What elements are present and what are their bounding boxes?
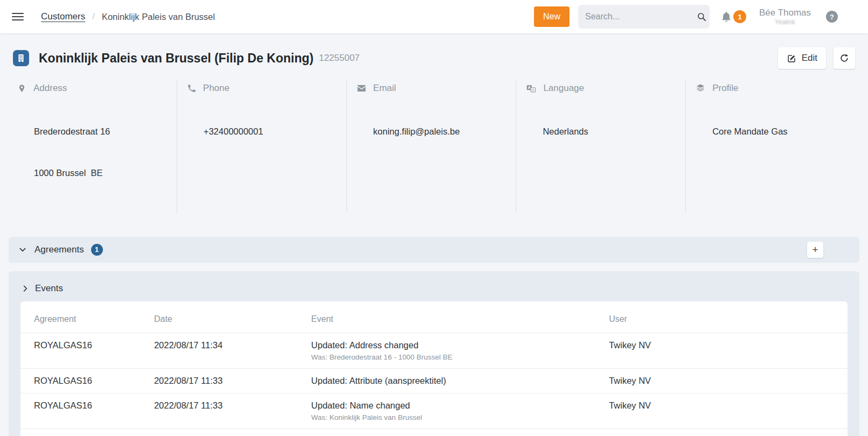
cell-event: Updated: Address changed Was: Brederodes… (306, 333, 604, 368)
info-profile: Profile Core Mandate Gas (685, 80, 855, 213)
cell-user: Twikey NV (603, 368, 848, 393)
column-header-agreement: Agreement (20, 301, 149, 333)
events-section: Events Agreement Date Event User ROYALGA… (9, 271, 859, 436)
translate-icon: A Z (526, 84, 536, 93)
svg-text:A: A (528, 86, 531, 90)
breadcrumb-customers-link[interactable]: Customers (41, 11, 85, 22)
user-name: Bée Thomas (758, 8, 812, 18)
edit-button[interactable]: Edit (778, 47, 826, 69)
pencil-square-icon (787, 53, 797, 64)
info-label: Address (33, 83, 67, 94)
email-value: koning.filip@paleis.be (373, 125, 511, 139)
cell-agreement: ROYALGAS16 (20, 333, 149, 368)
cell-date: 2022/08/17 11:34 (149, 333, 306, 368)
help-icon: ? (830, 13, 834, 21)
event-text: Updated: Attribute (aanspreektitel) (311, 376, 599, 386)
add-agreement-button[interactable]: + (807, 242, 823, 258)
customer-info-row: Address Brederodestraat 16 1000 Brussel … (13, 80, 855, 213)
cell-user: Twikey NV (603, 333, 848, 368)
envelope-icon (357, 83, 366, 93)
column-header-user: User (603, 301, 848, 333)
info-phone: Phone +32400000001 (177, 80, 346, 213)
new-button[interactable]: New (534, 6, 570, 27)
profile-value: Core Mandate Gas (712, 125, 850, 139)
breadcrumb: Customers / Koninklijk Paleis van Brusse… (41, 11, 215, 22)
chevron-right-icon (22, 284, 29, 293)
bell-icon (720, 11, 732, 23)
customer-id: 12255007 (319, 53, 360, 64)
info-address: Address Brederodestraat 16 1000 Brussel … (13, 80, 177, 213)
refresh-button[interactable] (834, 47, 855, 69)
cell-event: Updated: Attribute (aanspreektitel) (306, 368, 604, 393)
language-value: Nederlands (543, 125, 680, 139)
event-detail: Was: Koninklijk Paleis van Brussel (311, 413, 599, 421)
user-organization: Yealink (758, 18, 812, 26)
table-header-row: Agreement Date Event User (20, 301, 848, 333)
column-header-event: Event (306, 301, 604, 333)
cell-agreement: ROYALGAS16 (20, 368, 149, 393)
cell-user: Twikey NV (603, 393, 848, 428)
layers-icon (696, 83, 705, 93)
info-label: Language (543, 83, 584, 94)
table-row: ROYALGAS16 2022/08/17 11:31 Signed: Twik… (20, 428, 848, 436)
cell-agreement: ROYALGAS16 (20, 393, 149, 428)
top-navbar: Customers / Koninklijk Paleis van Brusse… (0, 0, 868, 33)
event-text: Updated: Address changed (311, 340, 599, 350)
notifications-button[interactable]: 1 (720, 10, 746, 23)
user-menu[interactable]: Bée Thomas Yealink (758, 8, 812, 26)
edit-button-label: Edit (802, 53, 817, 64)
cell-agreement: ROYALGAS16 (20, 428, 149, 436)
notification-count-badge: 1 (733, 10, 746, 23)
chevron-down-icon (18, 245, 27, 254)
hamburger-menu-icon[interactable] (12, 13, 24, 20)
agreements-title: Agreements (34, 244, 84, 255)
column-header-date: Date (149, 301, 306, 333)
table-row: ROYALGAS16 2022/08/17 11:33 Updated: Nam… (20, 393, 848, 428)
map-pin-icon (17, 84, 26, 93)
page-title: Koninklijk Paleis van Brussel (Filip De … (39, 51, 314, 66)
events-table-card: Agreement Date Event User ROYALGAS16 202… (20, 301, 848, 436)
events-title: Events (35, 283, 63, 294)
agreements-count-badge: 1 (91, 244, 103, 256)
search-icon[interactable] (697, 12, 707, 22)
address-line: 1000 Brussel BE (34, 166, 171, 180)
phone-value: +32400000001 (204, 125, 341, 139)
info-label: Email (373, 83, 397, 94)
customer-header: Koninklijk Paleis van Brussel (Filip De … (13, 47, 855, 69)
table-row: ROYALGAS16 2022/08/17 11:34 Updated: Add… (20, 333, 848, 368)
refresh-icon (839, 53, 850, 64)
info-label: Phone (203, 83, 230, 94)
info-email: Email koning.filip@paleis.be (346, 80, 516, 213)
info-language: A Z Language Nederlands (516, 80, 685, 213)
page-content: Koninklijk Paleis van Brussel (Filip De … (0, 47, 868, 436)
cell-user: Koninklijk Paleis van Brussel (603, 428, 848, 436)
cell-date: 2022/08/17 11:33 (149, 393, 306, 428)
phone-icon (187, 84, 196, 93)
cell-date: 2022/08/17 11:33 (149, 368, 306, 393)
building-icon (13, 50, 29, 66)
search-input[interactable] (585, 12, 697, 22)
table-row: ROYALGAS16 2022/08/17 11:33 Updated: Att… (20, 368, 848, 393)
cell-date: 2022/08/17 11:31 (149, 428, 306, 436)
event-detail: Was: Brederodestraat 16 - 1000 Brussel B… (311, 353, 599, 361)
events-section-header[interactable]: Events (20, 279, 848, 301)
cell-event: Signed: Twikey Mock Signer (306, 428, 604, 436)
search-box[interactable] (578, 5, 710, 29)
breadcrumb-separator: / (92, 11, 95, 22)
svg-text:Z: Z (532, 88, 534, 91)
help-button[interactable]: ? (826, 11, 838, 23)
info-label: Profile (712, 83, 738, 94)
event-text: Updated: Name changed (311, 400, 599, 411)
agreements-section-header[interactable]: Agreements 1 + (9, 237, 859, 263)
address-line: Brederodestraat 16 (34, 125, 171, 139)
cell-event: Updated: Name changed Was: Koninklijk Pa… (306, 393, 604, 428)
breadcrumb-current: Koninklijk Paleis van Brussel (102, 12, 215, 22)
events-table: Agreement Date Event User ROYALGAS16 202… (20, 301, 848, 436)
